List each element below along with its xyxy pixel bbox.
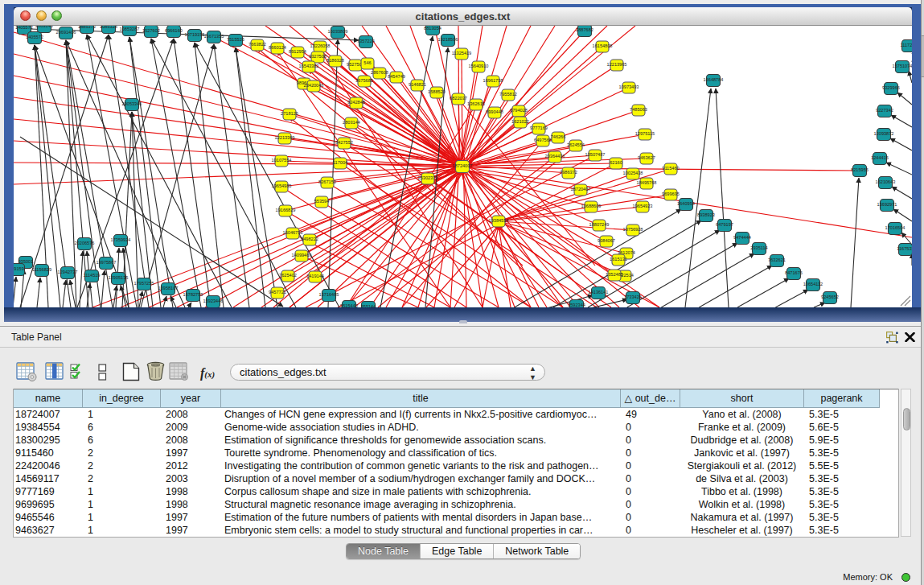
svg-text:16648784: 16648784 — [704, 77, 724, 82]
svg-text:16961758: 16961758 — [483, 78, 503, 83]
svg-text:7955812: 7955812 — [499, 92, 517, 97]
svg-text:8267150: 8267150 — [318, 179, 336, 184]
svg-text:18724007: 18724007 — [453, 163, 473, 168]
svg-text:2935114: 2935114 — [750, 245, 767, 250]
svg-text:19384554: 19384554 — [489, 218, 509, 223]
svg-text:6966160: 6966160 — [165, 28, 183, 33]
svg-text:8215955: 8215955 — [851, 167, 869, 172]
svg-text:8938923: 8938923 — [697, 212, 715, 217]
svg-text:19975867: 19975867 — [97, 260, 117, 265]
svg-text:9777169: 9777169 — [530, 126, 548, 130]
svg-text:15923446: 15923446 — [203, 299, 224, 303]
svg-text:6479197: 6479197 — [716, 222, 733, 227]
svg-text:15751074: 15751074 — [893, 64, 912, 68]
svg-text:16033809: 16033809 — [328, 29, 348, 34]
svg-text:29053346: 29053346 — [122, 101, 142, 106]
svg-text:1592344: 1592344 — [568, 303, 585, 307]
svg-text:12975115: 12975115 — [635, 131, 655, 136]
svg-text:39159: 39159 — [14, 266, 24, 271]
svg-text:746266: 746266 — [551, 134, 566, 139]
svg-text:18807249: 18807249 — [589, 222, 610, 227]
svg-text:16154808: 16154808 — [593, 43, 613, 48]
svg-text:10719155: 10719155 — [185, 32, 205, 37]
svg-text:10507487: 10507487 — [585, 152, 606, 157]
svg-text:9327508: 9327508 — [309, 54, 326, 59]
svg-text:1085328: 1085328 — [100, 26, 117, 29]
svg-text:7986372: 7986372 — [560, 170, 577, 175]
svg-text:546: 546 — [363, 60, 371, 65]
svg-text:1114519: 1114519 — [84, 273, 101, 278]
svg-text:1615131: 1615131 — [610, 257, 627, 262]
svg-text:8471676: 8471676 — [785, 270, 803, 275]
svg-text:16046755: 16046755 — [283, 230, 303, 235]
svg-text:1362615: 1362615 — [467, 101, 485, 106]
svg-text:10688609: 10688609 — [581, 204, 602, 208]
svg-text:14099469: 14099469 — [292, 253, 312, 257]
svg-text:15692971: 15692971 — [877, 202, 897, 207]
svg-text:8454749: 8454749 — [388, 74, 405, 79]
svg-text:13226058: 13226058 — [310, 43, 331, 48]
svg-text:16543382: 16543382 — [299, 64, 319, 68]
svg-text:9329966: 9329966 — [882, 85, 900, 90]
svg-text:2867608: 2867608 — [371, 70, 388, 75]
svg-text:10654112: 10654112 — [803, 282, 823, 286]
svg-text:18495768: 18495768 — [637, 180, 657, 185]
svg-text:7485063: 7485063 — [630, 107, 647, 112]
svg-text:8990448: 8990448 — [486, 109, 503, 114]
svg-text:1733426: 1733426 — [624, 295, 642, 299]
svg-text:10973493: 10973493 — [619, 84, 639, 89]
svg-text:1419144: 1419144 — [306, 274, 324, 278]
svg-text:f(x): f(x) — [200, 366, 215, 381]
svg-text:19166829: 19166829 — [276, 208, 296, 212]
svg-text:6794028: 6794028 — [510, 108, 528, 113]
svg-text:9699695: 9699695 — [662, 192, 680, 196]
svg-text:7663822: 7663822 — [248, 42, 266, 47]
svg-text:2803144: 2803144 — [343, 120, 360, 125]
svg-text:2887682: 2887682 — [576, 27, 593, 32]
svg-text:10853287: 10853287 — [120, 27, 140, 31]
svg-text:19218506: 19218506 — [438, 37, 458, 42]
svg-text:6822037: 6822037 — [450, 96, 467, 101]
svg-text:10107554: 10107554 — [272, 158, 292, 163]
svg-text:9084067: 9084067 — [598, 238, 615, 243]
svg-text:12093872: 12093872 — [874, 131, 894, 136]
svg-text:10025438: 10025438 — [623, 171, 643, 175]
svg-text:12905135: 12905135 — [109, 275, 129, 280]
svg-text:9457721: 9457721 — [269, 290, 286, 295]
svg-text:1640954: 1640954 — [677, 201, 695, 206]
svg-text:10958107: 10958107 — [158, 286, 179, 290]
svg-text:1621022: 1621022 — [511, 119, 529, 124]
svg-text:8186328: 8186328 — [326, 58, 344, 63]
svg-text:11325419: 11325419 — [452, 51, 471, 56]
svg-text:9245652: 9245652 — [821, 295, 839, 299]
svg-text:1352485: 1352485 — [606, 272, 623, 277]
svg-text:9146821: 9146821 — [409, 82, 426, 87]
svg-text:1167533: 1167533 — [897, 246, 912, 251]
svg-text:3675685: 3675685 — [355, 78, 373, 83]
svg-text:10756928: 10756928 — [623, 227, 643, 232]
svg-text:2718126: 2718126 — [281, 111, 298, 116]
svg-text:20364436: 20364436 — [545, 154, 565, 159]
svg-text:9474444: 9474444 — [733, 235, 751, 240]
svg-text:1117243: 1117243 — [901, 43, 912, 47]
svg-text:16671355: 16671355 — [204, 34, 224, 39]
svg-text:20206576: 20206576 — [75, 241, 95, 245]
svg-text:62160: 62160 — [610, 160, 622, 165]
svg-text:5498222: 5498222 — [301, 237, 318, 241]
svg-text:1405572: 1405572 — [15, 26, 33, 30]
svg-text:8912954: 8912954 — [289, 49, 306, 54]
svg-text:1405572: 1405572 — [26, 35, 43, 39]
svg-text:8427552: 8427552 — [335, 140, 353, 145]
svg-text:7515526: 7515526 — [227, 37, 244, 42]
svg-text:9115460: 9115460 — [662, 166, 679, 171]
svg-text:9242848: 9242848 — [347, 100, 365, 105]
svg-text:8813054: 8813054 — [424, 26, 441, 31]
svg-text:6497568: 6497568 — [534, 138, 552, 142]
svg-text:12213965: 12213965 — [607, 62, 627, 67]
svg-text:8660124: 8660124 — [269, 45, 286, 50]
svg-text:16782759: 16782759 — [183, 292, 203, 297]
svg-text:7625402: 7625402 — [279, 273, 297, 278]
svg-text:9227342: 9227342 — [876, 108, 893, 113]
svg-text:11156829: 11156829 — [32, 267, 51, 272]
svg-text:15716485: 15716485 — [319, 292, 339, 297]
